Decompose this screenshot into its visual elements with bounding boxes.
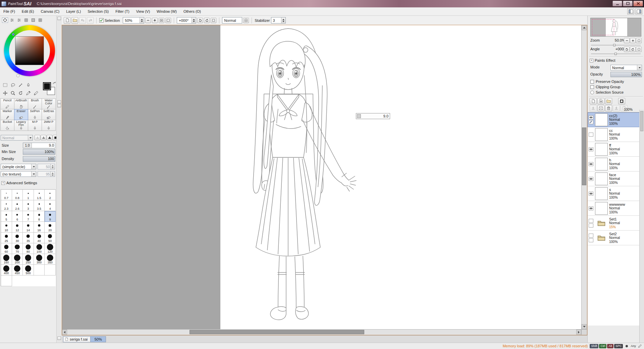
- brush-size-250[interactable]: 250: [23, 254, 34, 265]
- layer-row-ff[interactable]: ffNormal100%: [588, 142, 640, 157]
- folder-expand-toggle[interactable]: [589, 238, 593, 242]
- brush-edge-medium-button[interactable]: [41, 135, 46, 140]
- navigator-zoom-slider[interactable]: [591, 44, 641, 46]
- tool-m-p[interactable]: M-P: [28, 120, 42, 131]
- advanced-settings-header[interactable]: + Advanced Settings: [0, 180, 56, 186]
- brush-edge-hard-button[interactable]: [47, 135, 52, 140]
- brush-size-6[interactable]: 6: [12, 211, 23, 222]
- blend-options-button[interactable]: [243, 18, 249, 23]
- preserve-opacity-row[interactable]: Preserve Opacity: [590, 79, 624, 84]
- scroll-down-button[interactable]: [582, 324, 587, 329]
- menu-selection[interactable]: Selection (S): [84, 7, 112, 15]
- paints-effect-header[interactable]: + Paints Effect: [588, 58, 644, 63]
- maximize-button[interactable]: [623, 1, 633, 6]
- min-size-slider[interactable]: 100%: [23, 149, 55, 155]
- tool-airbrush[interactable]: AirBrush: [14, 98, 28, 109]
- saturation-value-square[interactable]: [15, 36, 44, 65]
- brush-texture-strength[interactable]: 95: [38, 171, 55, 177]
- brush-size-450[interactable]: 450: [12, 265, 23, 276]
- vertical-scroll-thumb[interactable]: [582, 128, 586, 185]
- toggle-left-panel-button[interactable]: [627, 8, 634, 14]
- minimize-button[interactable]: [612, 1, 622, 6]
- layer-mask-button[interactable]: [618, 98, 625, 104]
- spinner-icon[interactable]: [192, 17, 196, 23]
- tool-water-color[interactable]: Water Color: [42, 98, 56, 109]
- nav-angle-reset-button[interactable]: [636, 47, 642, 52]
- brush-size-7[interactable]: 7: [23, 211, 34, 222]
- brush-size-60[interactable]: 60: [1, 243, 12, 254]
- layer-scroll-thumb[interactable]: [640, 111, 643, 131]
- spinner-icon[interactable]: [50, 171, 55, 177]
- brush-size-0-8[interactable]: 0.8: [12, 190, 23, 200]
- brush-size-1[interactable]: 1: [23, 190, 34, 200]
- brush-size-0-7[interactable]: 0.7: [1, 190, 12, 200]
- size-slider[interactable]: 1.0 9.0: [23, 143, 55, 148]
- brush-size-14[interactable]: 14: [23, 222, 34, 233]
- rotate-canvas-tool-button[interactable]: [17, 90, 24, 97]
- navigator-angle-slider[interactable]: [591, 53, 641, 55]
- brush-size-8[interactable]: 8: [34, 211, 45, 222]
- menu-file[interactable]: File (F): [0, 7, 18, 15]
- horizontal-scrollbar[interactable]: [62, 329, 581, 335]
- brush-size-20[interactable]: 20: [45, 222, 56, 233]
- layer-visibility-toggle[interactable]: [589, 147, 593, 151]
- transfer-down-button[interactable]: [590, 105, 597, 111]
- brush-size-100[interactable]: 100: [34, 243, 45, 254]
- panel-collapse-button[interactable]: [57, 17, 61, 20]
- spinner-icon[interactable]: [50, 164, 55, 169]
- scroll-right-button[interactable]: [576, 330, 581, 335]
- brush-size-25[interactable]: 25: [1, 233, 12, 243]
- pencil-tool-button[interactable]: [33, 90, 40, 97]
- magic-wand-tool-button[interactable]: [17, 82, 24, 89]
- brush-size-4[interactable]: 4: [45, 200, 56, 211]
- zoom-combo[interactable]: 50%: [123, 17, 144, 23]
- canvas-page[interactable]: [220, 25, 581, 329]
- brush-size-200[interactable]: 200: [12, 254, 23, 265]
- canvas-open-view-button[interactable]: [71, 17, 78, 24]
- brush-size-160[interactable]: 160: [1, 254, 12, 265]
- brush-size-30[interactable]: 30: [12, 233, 23, 243]
- clipping-group-row[interactable]: Clipping Group: [590, 85, 620, 89]
- layer-list-scrollbar[interactable]: [639, 110, 644, 343]
- layer-visibility-toggle[interactable]: [589, 133, 593, 137]
- brush-size-9[interactable]: 9: [45, 211, 56, 222]
- brush-size-10[interactable]: 10: [1, 222, 12, 233]
- undo-button[interactable]: [79, 17, 86, 24]
- tool-seleras[interactable]: SelEras: [42, 109, 56, 120]
- layer-visibility-toggle[interactable]: [589, 192, 593, 196]
- brush-size-16[interactable]: 16: [34, 222, 45, 233]
- tool-2mm-p[interactable]: 2MM P: [42, 120, 56, 131]
- tool-pencil[interactable]: Pencil: [0, 98, 14, 109]
- nav-zoom-out-button[interactable]: [624, 38, 630, 43]
- angle-reset-button[interactable]: [211, 18, 216, 23]
- layer-row-cc-2-[interactable]: cc(2)Normal100%: [588, 112, 640, 127]
- folder-expand-toggle[interactable]: [589, 223, 593, 228]
- layer-mode-select[interactable]: Normal: [610, 65, 642, 70]
- pen-tool-button[interactable]: [25, 82, 32, 89]
- preserve-opacity-checkbox[interactable]: [590, 80, 594, 84]
- brush-size-3[interactable]: 3: [23, 200, 34, 211]
- eyedropper-tool-button[interactable]: [25, 90, 32, 97]
- close-button[interactable]: [633, 1, 643, 6]
- spinner-icon[interactable]: [281, 17, 285, 23]
- brush-size-2-3[interactable]: 2.3: [1, 200, 12, 211]
- hue-cursor[interactable]: [12, 33, 14, 36]
- rect-select-tool-button[interactable]: [2, 82, 9, 89]
- tool-scroll-up-button[interactable]: [57, 100, 61, 104]
- merge-down-button[interactable]: [613, 105, 620, 111]
- brush-size-2[interactable]: 2: [45, 190, 56, 200]
- brush-size-300[interactable]: 300: [34, 254, 45, 265]
- nav-rotate-cw-button[interactable]: [630, 47, 636, 52]
- zoom-fit-button[interactable]: [159, 18, 164, 23]
- canvas-new-view-button[interactable]: [64, 17, 70, 24]
- layer-opacity-slider[interactable]: 100%: [610, 72, 642, 77]
- new-folder-button[interactable]: [605, 98, 612, 104]
- duplicate-layer-button[interactable]: [597, 98, 604, 104]
- foreground-color-swatch[interactable]: [43, 82, 51, 90]
- layer-visibility-toggle[interactable]: [589, 206, 593, 210]
- brush-size-40[interactable]: 40: [34, 233, 45, 243]
- scroll-left-button[interactable]: [62, 330, 67, 335]
- sv-cursor[interactable]: [17, 74, 19, 77]
- redo-button[interactable]: [87, 17, 94, 24]
- menu-window[interactable]: Window (W): [153, 7, 180, 15]
